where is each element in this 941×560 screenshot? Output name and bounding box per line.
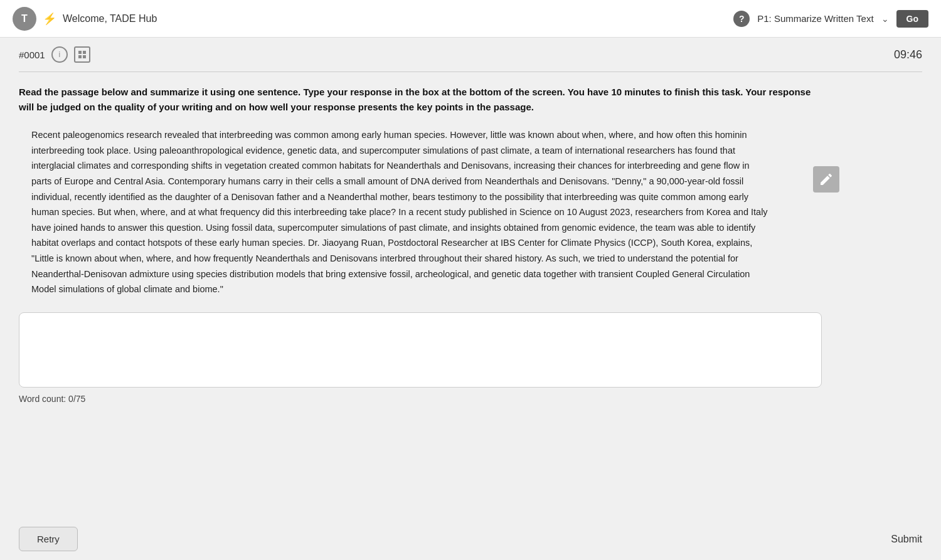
info-icon[interactable]: i <box>51 46 68 63</box>
response-textarea[interactable] <box>19 312 822 388</box>
svg-rect-0 <box>78 51 82 54</box>
instruction-text: Read the passage below and summarize it … <box>19 85 822 115</box>
task-label: P1: Summarize Written Text <box>757 13 873 24</box>
word-count: Word count: 0/75 <box>19 394 922 404</box>
header-left: T ⚡ Welcome, TADE Hub <box>13 7 157 31</box>
header: T ⚡ Welcome, TADE Hub ? P1: Summarize Wr… <box>0 0 941 38</box>
svg-rect-3 <box>83 55 86 58</box>
go-button[interactable]: Go <box>896 10 928 28</box>
svg-rect-2 <box>78 55 82 58</box>
lightning-icon: ⚡ <box>43 12 56 26</box>
grid-icon[interactable] <box>74 46 90 63</box>
question-left: #0001 i <box>19 46 90 63</box>
question-number: #0001 <box>19 50 45 60</box>
main-content: #0001 i 09:46 Read the passage below and… <box>0 38 941 518</box>
chevron-down-icon[interactable]: ⌄ <box>881 14 889 24</box>
welcome-text: Welcome, TADE Hub <box>63 13 157 24</box>
avatar: T <box>13 7 36 31</box>
submit-button[interactable]: Submit <box>891 534 922 545</box>
content-panel: Read the passage below and summarize it … <box>0 72 941 518</box>
pencil-icon[interactable] <box>813 166 839 193</box>
passage-text: Recent paleogenomics research revealed t… <box>31 127 772 297</box>
question-bar: #0001 i 09:46 <box>0 38 941 71</box>
header-right: ? P1: Summarize Written Text ⌄ Go <box>733 10 928 28</box>
footer: Retry Submit <box>0 518 941 560</box>
retry-button[interactable]: Retry <box>19 527 78 551</box>
instruction-row: Read the passage below and summarize it … <box>19 85 922 115</box>
timer: 09:46 <box>894 48 922 61</box>
svg-rect-1 <box>83 51 86 54</box>
help-icon[interactable]: ? <box>733 11 750 27</box>
